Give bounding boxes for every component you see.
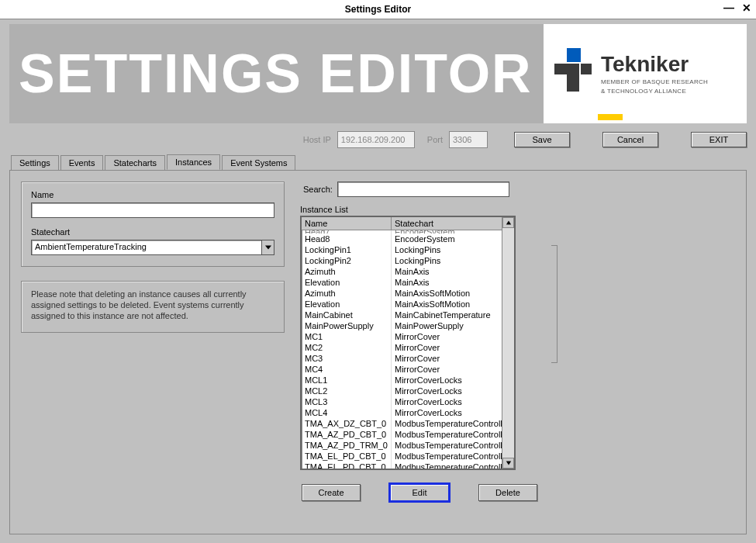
window-title: Settings Editor <box>345 4 411 15</box>
table-row[interactable]: MCL4MirrorCoverLocks <box>302 407 502 418</box>
cell-statechart: ModbusTemperatureController <box>391 418 502 429</box>
cell-name: Azimuth <box>302 266 391 277</box>
svg-marker-1 <box>506 221 510 225</box>
statechart-label: Statechart <box>31 227 274 237</box>
tab-event-systems[interactable]: Event Systems <box>222 155 295 171</box>
cell-statechart: MirrorCoverLocks <box>391 386 502 396</box>
cell-statechart: MirrorCover <box>391 342 502 353</box>
cell-statechart: MainAxis <box>391 277 502 288</box>
banner-title: SETTINGS EDITOR <box>19 43 533 105</box>
cell-name: MCL2 <box>302 386 391 396</box>
table-row[interactable]: MCL3MirrorCoverLocks <box>302 396 502 407</box>
edit-button[interactable]: Edit <box>390 484 449 501</box>
table-row[interactable]: LockingPin2LockingPins <box>302 255 502 266</box>
panel-edge <box>551 245 558 363</box>
col-header-name[interactable]: Name <box>302 217 391 230</box>
tab-content: Name Statechart AmbientTemperatureTracki… <box>9 170 747 534</box>
logo: Tekniker MEMBER OF BASQUE RESEARCH & TEC… <box>544 24 747 123</box>
logo-word: Tekniker <box>601 52 708 77</box>
cell-statechart: LockingPins <box>391 244 502 255</box>
note-text: Please note that deleting an instance ca… <box>31 289 274 321</box>
table-row[interactable]: MCL2MirrorCoverLocks <box>302 386 502 396</box>
cell-name: LockingPin1 <box>302 244 391 255</box>
cell-name: Elevation <box>302 277 391 288</box>
table-row[interactable]: MC4MirrorCover <box>302 364 502 375</box>
cell-name: TMA_EL_PD_CBT_0 <box>302 462 391 469</box>
tab-events[interactable]: Events <box>60 155 104 171</box>
table-row[interactable]: MCL1MirrorCoverLocks <box>302 375 502 386</box>
table-row[interactable]: MC2MirrorCover <box>302 342 502 353</box>
cell-name: TMA_EL_PD_CBT_0 <box>302 451 391 462</box>
instance-list-label: Instance List <box>300 205 735 214</box>
host-ip-label: Host IP <box>303 135 331 144</box>
cell-name: Elevation <box>302 299 391 310</box>
table-row[interactable]: ElevationMainAxis <box>302 277 502 288</box>
table-row[interactable]: TMA_AZ_PD_CBT_0ModbusTemperatureControll… <box>302 429 502 440</box>
exit-button[interactable]: EXIT <box>691 132 747 147</box>
table-row[interactable]: AzimuthMainAxisSoftMotion <box>302 288 502 299</box>
table-row[interactable]: AzimuthMainAxis <box>302 266 502 277</box>
search-input[interactable] <box>337 182 509 197</box>
port-label: Port <box>427 135 443 144</box>
cell-name: MCL3 <box>302 396 391 407</box>
create-button[interactable]: Create <box>302 484 361 501</box>
cell-name: MCL1 <box>302 375 391 386</box>
table-row[interactable]: TMA_AZ_PD_TRM_0ModbusTemperatureControll… <box>302 440 502 451</box>
statechart-select[interactable]: AmbientTemperatureTracking <box>31 240 274 255</box>
cell-statechart: MainCabinetTemperature <box>391 310 502 320</box>
tab-instances[interactable]: Instances <box>167 154 220 170</box>
table-row[interactable]: TMA_EL_PD_CBT_0ModbusTemperatureControll… <box>302 462 502 469</box>
table-row[interactable]: Head8EncoderSystem <box>302 233 502 244</box>
save-button[interactable]: Save <box>514 132 570 147</box>
host-ip-input[interactable] <box>337 131 415 148</box>
cancel-button[interactable]: Cancel <box>602 132 658 147</box>
name-input[interactable] <box>31 202 274 218</box>
minimize-icon[interactable]: — <box>723 2 734 14</box>
cell-name: MCL4 <box>302 407 391 418</box>
cell-statechart: MirrorCoverLocks <box>391 375 502 386</box>
cell-name: TMA_AX_DZ_CBT_0 <box>302 418 391 429</box>
scroll-down-icon[interactable] <box>502 458 514 469</box>
cell-statechart: MainAxisSoftMotion <box>391 299 502 310</box>
tab-statecharts[interactable]: Statecharts <box>105 155 165 171</box>
port-input[interactable] <box>449 131 488 148</box>
svg-marker-0 <box>265 246 271 250</box>
table-row[interactable]: MC1MirrorCover <box>302 331 502 342</box>
logo-accent-bar <box>598 114 623 120</box>
delete-button[interactable]: Delete <box>478 484 537 501</box>
cell-statechart: ModbusTemperatureController <box>391 440 502 451</box>
table-row[interactable]: TMA_EL_PD_CBT_0ModbusTemperatureControll… <box>302 451 502 462</box>
tab-bar: Settings Events Statecharts Instances Ev… <box>11 154 747 170</box>
close-icon[interactable]: ✕ <box>742 2 751 14</box>
cell-statechart: MirrorCover <box>391 331 502 342</box>
cell-name: Head8 <box>302 233 391 244</box>
scroll-up-icon[interactable] <box>502 217 514 228</box>
cell-name: TMA_AZ_PD_CBT_0 <box>302 429 391 440</box>
cell-statechart: MirrorCover <box>391 364 502 375</box>
table-row[interactable]: ElevationMainAxisSoftMotion <box>302 299 502 310</box>
cell-statechart: MirrorCover <box>391 353 502 364</box>
statechart-value: AmbientTemperatureTracking <box>32 240 261 254</box>
banner: SETTINGS EDITOR Tekniker MEMBER OF BASQU… <box>9 24 747 123</box>
cell-name: MC3 <box>302 353 391 364</box>
logo-sub2: & TECHNOLOGY ALLIANCE <box>601 88 708 95</box>
cell-name: TMA_AZ_PD_TRM_0 <box>302 440 391 451</box>
scrollbar[interactable] <box>502 217 514 469</box>
cell-name: MC4 <box>302 364 391 375</box>
cell-statechart: ModbusTemperatureController <box>391 429 502 440</box>
search-label: Search: <box>303 185 333 194</box>
instance-list[interactable]: Name Statechart Head7EncoderSystemHead8E… <box>300 216 516 470</box>
table-row[interactable]: LockingPin1LockingPins <box>302 244 502 255</box>
name-label: Name <box>31 190 274 199</box>
cell-name: MC1 <box>302 331 391 342</box>
table-row[interactable]: MainCabinetMainCabinetTemperature <box>302 310 502 320</box>
scroll-track[interactable] <box>502 228 514 458</box>
table-row[interactable]: TMA_AX_DZ_CBT_0ModbusTemperatureControll… <box>302 418 502 429</box>
tab-settings[interactable]: Settings <box>11 155 59 171</box>
cell-name: MainPowerSupply <box>302 320 391 331</box>
tekniker-mark-icon <box>554 47 593 101</box>
cell-statechart: LockingPins <box>391 255 502 266</box>
table-row[interactable]: MC3MirrorCover <box>302 353 502 364</box>
col-header-statechart[interactable]: Statechart <box>391 217 502 230</box>
table-row[interactable]: MainPowerSupplyMainPowerSupply <box>302 320 502 331</box>
